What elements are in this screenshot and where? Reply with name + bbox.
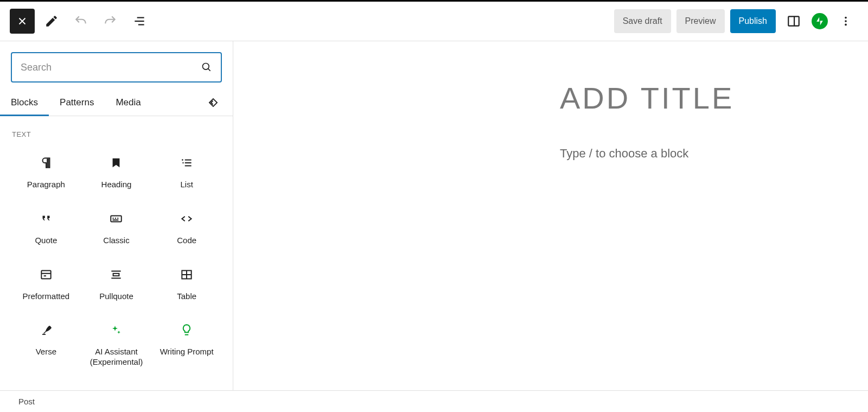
block-item-label: AI Assistant (Experimental) [85, 347, 149, 367]
block-item-heading[interactable]: Heading [81, 143, 152, 199]
svg-rect-9 [113, 273, 119, 275]
search-input[interactable] [21, 62, 201, 73]
jetpack-button[interactable] [812, 13, 828, 29]
block-item-label: Code [177, 236, 196, 246]
publish-button[interactable]: Publish [730, 9, 776, 33]
block-item-label: Heading [101, 180, 132, 190]
block-item-pullquote[interactable]: Pullquote [81, 255, 152, 310]
svg-point-1 [845, 17, 847, 19]
preview-button[interactable]: Preview [676, 9, 725, 33]
block-item-label: Writing Prompt [160, 347, 214, 357]
block-item-ai[interactable]: AI Assistant (Experimental) [81, 310, 152, 376]
block-item-label: Preformatted [22, 291, 69, 302]
heading-icon [110, 155, 122, 171]
settings-sidebar-toggle[interactable] [781, 9, 806, 34]
close-icon [16, 15, 28, 27]
paragraph-placeholder[interactable]: Type / to choose a block [560, 147, 688, 161]
tab-patterns[interactable]: Patterns [49, 89, 105, 116]
document-outline-icon [132, 14, 146, 28]
block-item-classic[interactable]: Classic [81, 199, 152, 255]
inserter-tabs: Blocks Patterns Media [0, 89, 233, 116]
block-item-prompt[interactable]: Writing Prompt [151, 310, 222, 376]
tab-blocks[interactable]: Blocks [0, 89, 49, 116]
quote-icon [39, 211, 53, 227]
edit-tool-button[interactable] [39, 9, 64, 34]
block-item-code[interactable]: Code [151, 199, 222, 255]
top-toolbar-left [10, 9, 614, 34]
block-grid: ParagraphHeadingListQuoteClassicCodePref… [11, 143, 222, 376]
prompt-icon [180, 322, 194, 338]
svg-point-4 [203, 64, 209, 70]
undo-icon [74, 14, 88, 28]
more-vertical-icon [840, 15, 852, 27]
block-item-label: List [180, 180, 193, 190]
block-item-quote[interactable]: Quote [11, 199, 81, 255]
block-inserter-panel: Blocks Patterns Media TEXT ParagraphHead… [0, 41, 233, 390]
ai-icon [110, 322, 123, 338]
top-toolbar: Save draft Preview Publish [0, 2, 868, 41]
pullquote-icon [109, 267, 123, 283]
document-outline-button[interactable] [127, 9, 152, 34]
pencil-icon [44, 14, 59, 28]
svg-point-3 [845, 24, 847, 26]
sidebar-icon [787, 14, 801, 28]
block-item-label: Paragraph [27, 180, 65, 190]
detach-panel-button[interactable] [207, 96, 223, 109]
svg-rect-8 [41, 270, 50, 278]
editor-canvas[interactable]: ADD TITLE Type / to choose a block [233, 41, 868, 390]
breadcrumb-footer: Post [0, 390, 868, 412]
jetpack-icon [814, 16, 825, 27]
redo-icon [103, 14, 117, 28]
undo-button[interactable] [68, 9, 93, 34]
post-title-placeholder[interactable]: ADD TITLE [560, 80, 734, 116]
classic-icon [109, 211, 123, 227]
breadcrumb-item[interactable]: Post [18, 397, 35, 406]
svg-rect-7 [111, 215, 122, 221]
more-options-button[interactable] [833, 9, 858, 34]
block-item-label: Quote [35, 236, 57, 246]
block-item-preformatted[interactable]: Preformatted [11, 255, 81, 310]
code-icon [180, 211, 194, 227]
block-item-table[interactable]: Table [151, 255, 222, 310]
list-icon [180, 155, 194, 171]
block-item-list[interactable]: List [151, 143, 222, 199]
save-draft-button[interactable]: Save draft [614, 9, 671, 33]
paragraph-icon [39, 155, 53, 171]
verse-icon [40, 322, 53, 338]
block-item-label: Table [177, 291, 196, 302]
svg-point-2 [845, 20, 847, 22]
redo-button[interactable] [98, 9, 123, 34]
search-icon [201, 62, 212, 73]
block-item-label: Pullquote [99, 291, 133, 302]
section-title-text: TEXT [12, 130, 222, 138]
block-item-label: Verse [36, 347, 56, 357]
search-field[interactable] [11, 52, 222, 83]
inserter-body: TEXT ParagraphHeadingListQuoteClassicCod… [0, 116, 233, 390]
chevron-double-icon [207, 96, 220, 109]
search-wrap [0, 41, 233, 89]
block-item-paragraph[interactable]: Paragraph [11, 143, 81, 199]
tab-media[interactable]: Media [105, 89, 151, 116]
table-icon [180, 267, 194, 283]
main-area: Blocks Patterns Media TEXT ParagraphHead… [0, 41, 868, 390]
svg-point-6 [182, 159, 183, 161]
close-inserter-button[interactable] [10, 9, 35, 34]
top-toolbar-right: Save draft Preview Publish [614, 9, 858, 34]
preformatted-icon [39, 267, 53, 283]
block-item-verse[interactable]: Verse [11, 310, 81, 376]
block-item-label: Classic [103, 236, 129, 246]
